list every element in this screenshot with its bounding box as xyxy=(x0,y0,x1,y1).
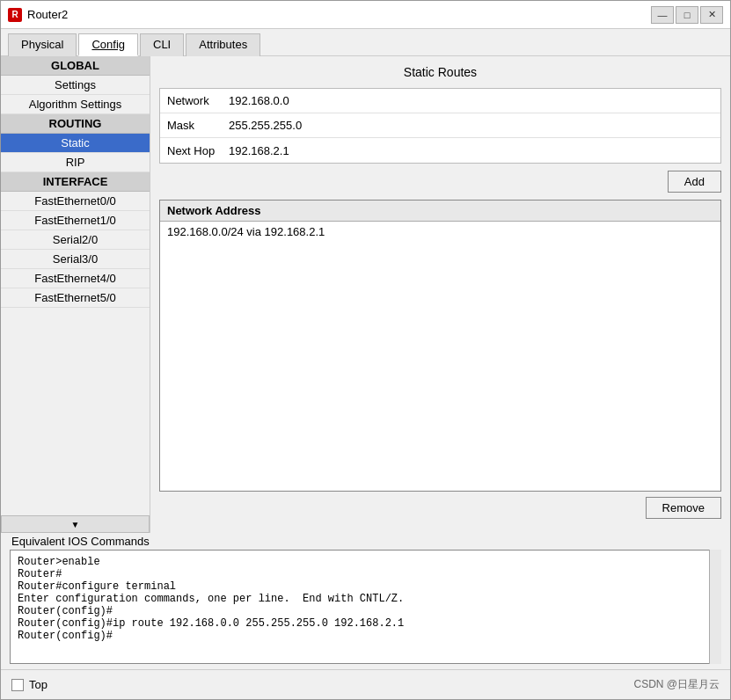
main-content: GLOBAL Settings Algorithm Settings ROUTI… xyxy=(1,56,730,533)
ios-section: Equivalent IOS Commands Router>enable Ro… xyxy=(1,533,730,669)
ios-scrollbar[interactable] xyxy=(709,550,721,664)
window-title: Router2 xyxy=(27,8,68,21)
bottom-bar: Top CSDN @日星月云 xyxy=(1,669,730,699)
mask-row: Mask 255.255.255.0 xyxy=(160,113,720,138)
app-icon: R xyxy=(8,8,22,22)
ios-wrapper: Router>enable Router# Router#configure t… xyxy=(10,550,721,664)
add-button[interactable]: Add xyxy=(668,171,721,193)
main-window: R Router2 — □ ✕ PhysicalConfigCLIAttribu… xyxy=(0,0,731,700)
nexthop-row: Next Hop 192.168.2.1 xyxy=(160,138,720,163)
tab-bar: PhysicalConfigCLIAttributes xyxy=(1,29,730,56)
sidebar-item-fastethernet10[interactable]: FastEthernet1/0 xyxy=(1,211,150,230)
maximize-button[interactable]: □ xyxy=(676,6,698,24)
remove-row: Remove xyxy=(159,497,721,519)
title-bar-left: R Router2 xyxy=(8,8,68,22)
sidebar-item-rip[interactable]: RIP xyxy=(1,153,150,172)
top-checkbox[interactable] xyxy=(11,679,24,691)
bottom-left: Top xyxy=(11,678,48,691)
sidebar-item-static[interactable]: Static xyxy=(1,134,150,153)
sidebar-item-fastethernet40[interactable]: FastEthernet4/0 xyxy=(1,269,150,288)
sidebar: GLOBAL Settings Algorithm Settings ROUTI… xyxy=(1,56,150,533)
window-controls: — □ ✕ xyxy=(651,6,723,24)
routes-table-header: Network Address xyxy=(160,201,720,222)
sidebar-item-serial30[interactable]: Serial3/0 xyxy=(1,250,150,269)
close-button[interactable]: ✕ xyxy=(700,6,723,24)
ios-label: Equivalent IOS Commands xyxy=(10,533,721,550)
table-row[interactable]: 192.168.0.0/24 via 192.168.2.1 xyxy=(160,222,720,242)
mask-value: 255.255.255.0 xyxy=(229,119,302,132)
tab-attributes[interactable]: Attributes xyxy=(186,33,260,56)
title-bar: R Router2 — □ ✕ xyxy=(1,1,730,29)
right-panel: Static Routes Network 192.168.0.0 Mask 2… xyxy=(150,56,730,533)
nexthop-value: 192.168.2.1 xyxy=(229,144,289,157)
sidebar-item-fastethernet00[interactable]: FastEthernet0/0 xyxy=(1,192,150,211)
mask-label: Mask xyxy=(167,119,229,132)
top-label: Top xyxy=(29,678,48,691)
sidebar-scroll: GLOBAL Settings Algorithm Settings ROUTI… xyxy=(1,56,150,515)
watermark: CSDN @日星月云 xyxy=(633,677,720,692)
network-row: Network 192.168.0.0 xyxy=(160,89,720,113)
sidebar-item-fastethernet50[interactable]: FastEthernet5/0 xyxy=(1,288,150,308)
sidebar-scroll-down[interactable]: ▼ xyxy=(1,515,150,533)
tab-cli[interactable]: CLI xyxy=(140,33,184,56)
remove-button[interactable]: Remove xyxy=(646,497,721,519)
minimize-button[interactable]: — xyxy=(651,6,674,24)
nexthop-label: Next Hop xyxy=(167,144,229,157)
sidebar-item-algorithm-settings[interactable]: Algorithm Settings xyxy=(1,95,150,114)
panel-title: Static Routes xyxy=(159,65,721,79)
sidebar-item-settings[interactable]: Settings xyxy=(1,76,150,95)
tab-config[interactable]: Config xyxy=(78,33,138,56)
routes-table: Network Address 192.168.0.0/24 via 192.1… xyxy=(159,200,721,492)
sidebar-section-routing: ROUTING xyxy=(1,114,150,134)
form-area: Network 192.168.0.0 Mask 255.255.255.0 N… xyxy=(159,88,721,164)
network-label: Network xyxy=(167,94,229,107)
ios-content[interactable]: Router>enable Router# Router#configure t… xyxy=(10,550,721,664)
sidebar-section-interface: INTERFACE xyxy=(1,172,150,192)
add-row: Add xyxy=(159,171,721,193)
network-value: 192.168.0.0 xyxy=(229,94,289,107)
sidebar-section-global: GLOBAL xyxy=(1,56,150,76)
tab-physical[interactable]: Physical xyxy=(8,33,77,56)
sidebar-item-serial20[interactable]: Serial2/0 xyxy=(1,230,150,250)
